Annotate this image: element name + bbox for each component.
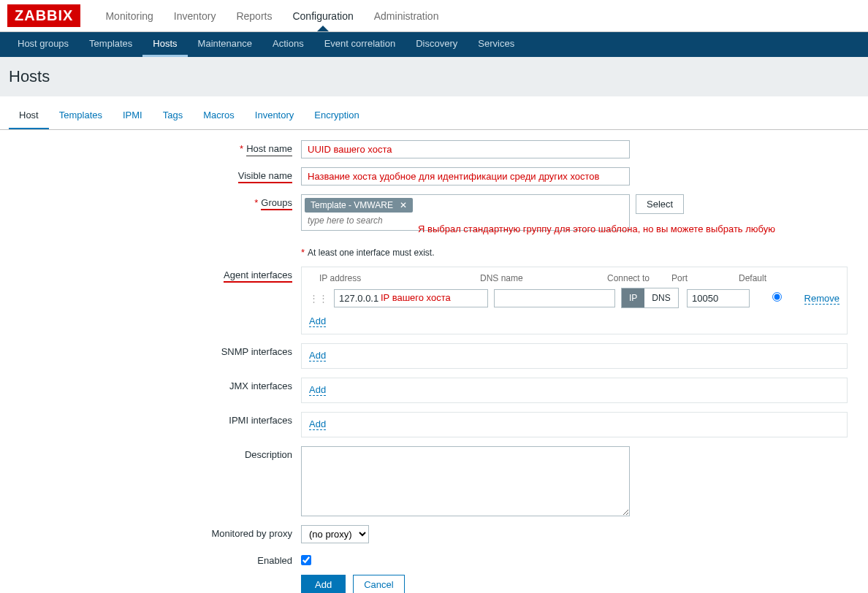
connect-to-toggle: IP DNS	[621, 288, 679, 308]
jmx-interfaces-label: JMX interfaces	[9, 378, 301, 391]
tab-inventory[interactable]: Inventory	[245, 102, 304, 129]
drag-handle-icon[interactable]: ⋮⋮	[309, 293, 328, 304]
agent-add-link[interactable]: Add	[309, 315, 326, 327]
ipmi-interfaces-label: IPMI interfaces	[9, 412, 301, 426]
nav-inventory[interactable]: Inventory	[164, 1, 226, 31]
snmp-add-link[interactable]: Add	[309, 350, 326, 361]
enabled-checkbox[interactable]	[301, 555, 311, 565]
required-star: *	[301, 247, 305, 258]
description-textarea[interactable]	[301, 446, 630, 516]
connect-dns-button[interactable]: DNS	[644, 288, 677, 307]
page-title: Hosts	[9, 67, 859, 86]
ipmi-add-link[interactable]: Add	[309, 418, 326, 430]
group-tag-text: Template - VMWARE	[311, 200, 393, 210]
subnav-hosts[interactable]: Hosts	[142, 32, 187, 57]
group-tag: Template - VMWARE ✕	[305, 198, 413, 213]
connect-ip-button[interactable]: IP	[622, 288, 644, 307]
subnav-discovery[interactable]: Discovery	[406, 32, 468, 57]
form-tabs: Host Templates IPMI Tags Macros Inventor…	[0, 102, 868, 130]
proxy-select[interactable]: (no proxy)	[301, 525, 369, 543]
iface-default-radio[interactable]	[772, 292, 782, 302]
iface-port-input[interactable]	[687, 289, 750, 307]
iface-ip-input[interactable]	[334, 289, 488, 307]
iface-dns-input[interactable]	[494, 289, 615, 307]
host-name-input[interactable]	[301, 140, 630, 158]
tab-host[interactable]: Host	[9, 102, 49, 129]
iface-header-ip: IP address	[319, 273, 477, 283]
snmp-interfaces-box: Add	[301, 343, 848, 369]
description-label: Description	[9, 446, 301, 460]
subnav-host-groups[interactable]: Host groups	[7, 32, 79, 57]
proxy-label: Monitored by proxy	[9, 525, 301, 539]
host-name-label: *Host name	[9, 140, 301, 154]
sub-nav: Host groups Templates Hosts Maintenance …	[0, 32, 868, 57]
subnav-event-correlation[interactable]: Event correlation	[314, 32, 406, 57]
nav-administration[interactable]: Administration	[364, 1, 449, 31]
iface-header-default: Default	[739, 273, 783, 283]
iface-header-port: Port	[671, 273, 736, 283]
enabled-label: Enabled	[9, 552, 301, 566]
nav-monitoring[interactable]: Monitoring	[95, 1, 163, 31]
subnav-services[interactable]: Services	[468, 32, 525, 57]
nav-reports[interactable]: Reports	[226, 1, 282, 31]
ipmi-interfaces-box: Add	[301, 412, 848, 437]
tab-tags[interactable]: Tags	[153, 102, 193, 129]
agent-interfaces-label: Agent interfaces	[9, 267, 301, 280]
subnav-actions[interactable]: Actions	[262, 32, 314, 57]
tab-ipmi[interactable]: IPMI	[113, 102, 153, 129]
add-button[interactable]: Add	[301, 575, 346, 593]
iface-header-dns: DNS name	[480, 273, 604, 283]
group-tag-remove-icon[interactable]: ✕	[400, 200, 407, 210]
jmx-add-link[interactable]: Add	[309, 384, 326, 396]
tab-macros[interactable]: Macros	[193, 102, 245, 129]
visible-name-input[interactable]	[301, 167, 630, 185]
subnav-templates[interactable]: Templates	[79, 32, 142, 57]
tab-templates[interactable]: Templates	[49, 102, 113, 129]
iface-remove-link[interactable]: Remove	[804, 293, 840, 305]
cancel-button[interactable]: Cancel	[353, 575, 404, 593]
groups-label: *Groups	[9, 194, 301, 208]
interface-required-note: At least one interface must exist.	[308, 248, 434, 258]
snmp-interfaces-label: SNMP interfaces	[9, 343, 301, 357]
nav-configuration[interactable]: Configuration	[282, 1, 363, 31]
groups-annotation: Я выбрал стандартную группу для этого ша…	[418, 223, 856, 234]
tab-encryption[interactable]: Encryption	[304, 102, 369, 129]
page-header: Hosts	[0, 57, 868, 96]
host-form: *Host name Visible name *Groups Template…	[0, 130, 868, 593]
visible-name-label: Visible name	[9, 167, 301, 181]
agent-interfaces-box: IP address DNS name Connect to Port Defa…	[301, 267, 848, 334]
logo: ZABBIX	[7, 4, 80, 27]
topbar: ZABBIX Monitoring Inventory Reports Conf…	[0, 0, 868, 32]
groups-select-button[interactable]: Select	[636, 194, 684, 214]
iface-header-connect: Connect to	[607, 273, 669, 283]
jmx-interfaces-box: Add	[301, 378, 848, 403]
top-nav: Monitoring Inventory Reports Configurati…	[95, 1, 449, 31]
subnav-maintenance[interactable]: Maintenance	[188, 32, 262, 57]
